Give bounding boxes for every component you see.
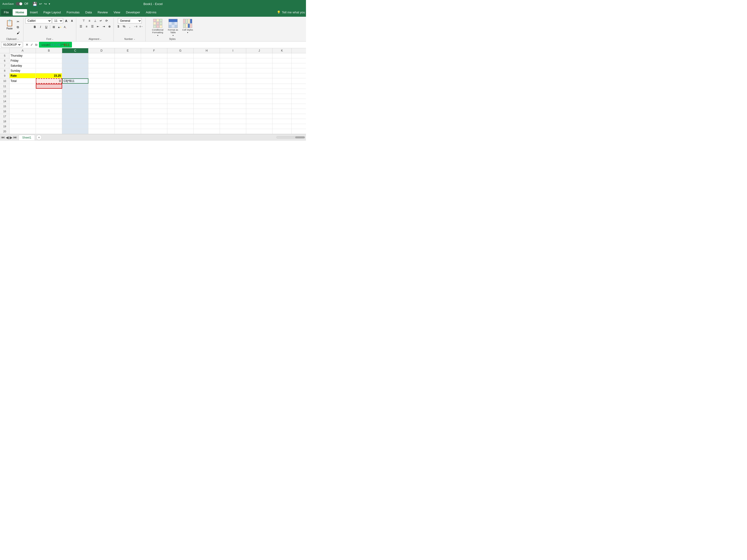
formula-display-box[interactable]: =sum(C2:C8)*B11 — [39, 42, 72, 48]
align-bottom-button[interactable]: ⊥ — [93, 18, 98, 23]
cell-g10[interactable] — [167, 78, 194, 84]
col-header-e[interactable]: E — [115, 48, 141, 53]
name-box-select[interactable]: VLOOKUP — [2, 43, 21, 47]
cell-b13[interactable] — [36, 94, 62, 99]
col-header-j[interactable]: J — [246, 48, 273, 53]
cell-b8[interactable] — [36, 68, 62, 73]
cell-f12[interactable] — [141, 89, 167, 94]
row-num-9[interactable]: 9 — [0, 73, 9, 78]
cell-j8[interactable] — [246, 68, 273, 73]
nav-first-icon[interactable]: ⏮ — [1, 135, 5, 139]
cell-c7[interactable] — [62, 63, 88, 68]
cell-h5[interactable] — [194, 53, 220, 58]
cell-g12[interactable] — [167, 89, 194, 94]
cell-g6[interactable] — [167, 58, 194, 63]
cell-g20[interactable] — [167, 129, 194, 134]
row-num-18[interactable]: 18 — [0, 119, 9, 124]
horizontal-scrollbar[interactable] — [276, 136, 305, 139]
save-icon[interactable]: 💾 — [32, 2, 37, 6]
cell-f7[interactable] — [141, 63, 167, 68]
cell-d9[interactable] — [88, 73, 115, 78]
cell-i16[interactable] — [220, 109, 246, 114]
cell-j5[interactable] — [246, 53, 273, 58]
cell-d7[interactable] — [88, 63, 115, 68]
row-num-20[interactable]: 20 — [0, 129, 9, 134]
cell-k6[interactable] — [273, 58, 292, 63]
cell-c8[interactable] — [62, 68, 88, 73]
cell-h11[interactable] — [194, 84, 220, 89]
nav-next-icon[interactable]: ▶ — [9, 135, 12, 140]
cell-k11[interactable] — [273, 84, 292, 89]
cell-h9[interactable] — [194, 73, 220, 78]
cell-i9[interactable] — [220, 73, 246, 78]
cell-k12[interactable] — [273, 89, 292, 94]
cell-e20[interactable] — [115, 129, 141, 134]
cell-h14[interactable] — [194, 99, 220, 104]
cell-g18[interactable] — [167, 119, 194, 124]
cell-f10[interactable] — [141, 78, 167, 84]
col-header-a[interactable]: A — [9, 48, 36, 53]
menu-item-insert[interactable]: Insert — [27, 9, 41, 16]
col-header-g[interactable]: G — [167, 48, 194, 53]
cancel-formula-icon[interactable]: ✕ — [26, 43, 28, 47]
cell-a6[interactable]: Friday — [9, 58, 36, 63]
cell-g13[interactable] — [167, 94, 194, 99]
cell-c6[interactable] — [62, 58, 88, 63]
align-top-button[interactable]: ⊤ — [81, 18, 86, 23]
cell-d5[interactable] — [88, 53, 115, 58]
cell-b12[interactable] — [36, 89, 62, 94]
cell-j11[interactable] — [246, 84, 273, 89]
cell-d20[interactable] — [88, 129, 115, 134]
menu-item-home[interactable]: Home — [13, 9, 27, 16]
number-format-select[interactable]: General — [118, 18, 142, 23]
fill-color-button[interactable]: ▲A — [57, 24, 62, 30]
cell-g15[interactable] — [167, 104, 194, 109]
cell-e9[interactable] — [115, 73, 141, 78]
col-header-d[interactable]: D — [88, 48, 115, 53]
align-center-button[interactable]: ≡ — [84, 24, 89, 29]
cell-h19[interactable] — [194, 124, 220, 129]
menu-item-page-layout[interactable]: Page Layout — [41, 9, 64, 16]
cell-c16[interactable] — [62, 109, 88, 114]
cell-b19[interactable] — [36, 124, 62, 129]
cell-k8[interactable] — [273, 68, 292, 73]
cell-k14[interactable] — [273, 99, 292, 104]
cell-a15[interactable] — [9, 104, 36, 109]
cell-i19[interactable] — [220, 124, 246, 129]
cell-j10[interactable] — [246, 78, 273, 84]
cell-h7[interactable] — [194, 63, 220, 68]
cell-k19[interactable] — [273, 124, 292, 129]
cell-a19[interactable] — [9, 124, 36, 129]
cell-k17[interactable] — [273, 114, 292, 119]
cell-a8[interactable]: Sunday — [9, 68, 36, 73]
cell-a12[interactable] — [9, 89, 36, 94]
cell-b18[interactable] — [36, 119, 62, 124]
cell-c10[interactable]: C8)*B11 — [62, 78, 88, 84]
cell-a16[interactable] — [9, 109, 36, 114]
cell-g5[interactable] — [167, 53, 194, 58]
cell-h17[interactable] — [194, 114, 220, 119]
clipboard-expand-icon[interactable]: ⌄ — [17, 38, 19, 40]
cell-g11[interactable] — [167, 84, 194, 89]
cell-f18[interactable] — [141, 119, 167, 124]
merge-center-button[interactable]: ⊕ — [107, 24, 112, 29]
cell-a11[interactable] — [9, 84, 36, 89]
currency-button[interactable]: $ — [116, 24, 121, 29]
cell-e16[interactable] — [115, 109, 141, 114]
row-num-15[interactable]: 15 — [0, 104, 9, 109]
cell-k10[interactable] — [273, 78, 292, 84]
cell-c13[interactable] — [62, 94, 88, 99]
cell-j14[interactable] — [246, 99, 273, 104]
cell-i15[interactable] — [220, 104, 246, 109]
cell-g8[interactable] — [167, 68, 194, 73]
col-header-i[interactable]: I — [220, 48, 246, 53]
cut-button[interactable]: ✂ — [16, 19, 21, 24]
cell-d12[interactable] — [88, 89, 115, 94]
decrease-decimal-button[interactable]: ←0 — [133, 24, 138, 29]
cell-i12[interactable] — [220, 89, 246, 94]
cell-f15[interactable] — [141, 104, 167, 109]
cell-e18[interactable] — [115, 119, 141, 124]
cell-j7[interactable] — [246, 63, 273, 68]
cell-k16[interactable] — [273, 109, 292, 114]
cell-f14[interactable] — [141, 99, 167, 104]
